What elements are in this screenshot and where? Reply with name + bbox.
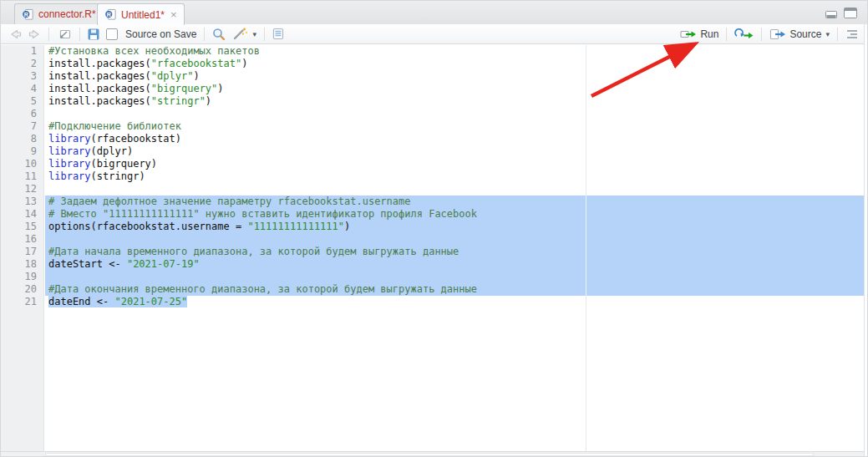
line-number[interactable]: 16 (1, 233, 43, 246)
editor-tab-bar: R connector.R* × R Untitled1* × (1, 1, 867, 25)
code-token: # Вместо "11111111111111" нужно вставить… (48, 208, 477, 220)
code-line[interactable]: # Задаем дефолтное значение параметру rf… (45, 195, 864, 208)
code-line[interactable]: install.packages("stringr") (45, 95, 864, 108)
code-token: library (48, 158, 91, 170)
code-line[interactable]: install.packages("dplyr") (45, 70, 864, 83)
toolbar-separator (204, 28, 205, 41)
toolbar-separator (837, 28, 838, 41)
code-token: #Подключение библиотек (48, 120, 181, 132)
code-token: install.packages( (48, 70, 151, 82)
code-line[interactable]: install.packages("rfacebookstat") (45, 58, 864, 70)
code-token: "dplyr" (151, 70, 194, 82)
line-number[interactable]: 2 (1, 58, 43, 70)
code-token: "bigrquery" (151, 83, 217, 94)
document-outline-button[interactable] (842, 28, 862, 40)
line-number[interactable]: 14 (1, 208, 43, 221)
line-number[interactable]: 21 (1, 296, 43, 308)
toolbar-separator (79, 28, 80, 41)
toolbar-separator (264, 28, 265, 41)
code-line[interactable] (45, 271, 864, 283)
line-number[interactable]: 17 (1, 246, 43, 258)
code-token: "2021-07-25" (114, 296, 187, 307)
code-token: "rfacebookstat" (151, 58, 241, 69)
code-line[interactable]: library(dplyr) (45, 145, 864, 158)
line-number[interactable]: 8 (1, 133, 43, 145)
code-line[interactable]: library(rfacebookstat) (45, 133, 864, 145)
svg-text:R: R (24, 11, 28, 17)
code-line[interactable]: #Дата окончания временного диапазона, за… (45, 283, 864, 296)
save-button[interactable] (84, 28, 103, 41)
code-token: (dplyr) (91, 145, 134, 157)
code-line[interactable]: #Подключение библиотек (45, 120, 864, 133)
open-in-new-window-button[interactable] (53, 28, 75, 41)
line-number[interactable]: 12 (1, 183, 43, 195)
close-icon[interactable]: × (170, 11, 177, 19)
line-number[interactable]: 15 (1, 221, 43, 233)
code-token: ) (206, 95, 211, 107)
line-number[interactable]: 1 (1, 45, 43, 58)
line-number[interactable]: 18 (1, 258, 43, 271)
code-line[interactable]: install.packages("bigrquery") (45, 83, 864, 95)
gutter[interactable]: 123456789101112131415161718192021 (1, 45, 44, 451)
horizontal-scrollbar-thumb[interactable] (45, 453, 814, 456)
code-token: options(rfacebookstat.username = (48, 221, 247, 232)
chevron-down-icon[interactable]: ▾ (825, 30, 830, 38)
forward-button[interactable] (25, 28, 44, 41)
code-token: install.packages( (48, 95, 151, 107)
code-line[interactable]: dateStart <- "2021-07-19" (45, 258, 864, 271)
line-number[interactable]: 6 (1, 108, 43, 120)
run-button[interactable]: Run (677, 28, 722, 41)
tab-untitled1[interactable]: R Untitled1* × (97, 3, 185, 25)
code-line[interactable] (45, 233, 864, 246)
code-token: library (48, 133, 91, 145)
search-icon (212, 28, 226, 41)
line-number[interactable]: 11 (1, 170, 43, 183)
line-number[interactable]: 20 (1, 283, 43, 296)
code-token: #Дата начала временного диапазона, за ко… (48, 246, 459, 257)
minimize-pane-icon[interactable] (825, 11, 837, 18)
outline-icon (845, 29, 859, 39)
maximize-pane-icon[interactable] (844, 8, 857, 18)
code-token: ) (344, 221, 350, 232)
toolbar-right-group: Run Source ▾ (677, 28, 862, 41)
line-number[interactable]: 10 (1, 158, 43, 170)
rstudio-source-pane: R connector.R* × R Untitled1* × (0, 0, 868, 457)
line-number[interactable]: 9 (1, 145, 43, 158)
code-line[interactable]: library(bigrquery) (45, 158, 864, 170)
vertical-scrollbar-track[interactable] (864, 24, 867, 456)
horizontal-scrollbar-track[interactable] (1, 451, 864, 456)
toolbar-separator (761, 28, 762, 41)
code-line[interactable]: #Установка всех необходимых пакетов (45, 45, 864, 58)
tab-label: connector.R* (38, 8, 96, 20)
r-file-icon: R (104, 8, 117, 21)
code-editor[interactable]: #Установка всех необходимых пакетовinsta… (45, 45, 864, 451)
code-token: library (48, 170, 91, 182)
code-token: "11111111111111" (247, 221, 344, 232)
code-line[interactable]: library(stringr) (45, 170, 864, 183)
code-line[interactable]: # Вместо "11111111111111" нужно вставить… (45, 208, 864, 221)
find-replace-button[interactable] (209, 27, 229, 42)
code-token: "stringr" (151, 95, 206, 107)
code-token: install.packages( (48, 83, 151, 94)
rerun-button[interactable] (731, 28, 757, 41)
code-token: install.packages( (48, 58, 151, 69)
compile-report-button[interactable] (269, 27, 287, 41)
source-button[interactable]: Source ▾ (766, 28, 833, 41)
code-line[interactable]: dateEnd <- "2021-07-25" (45, 296, 864, 308)
line-number[interactable]: 5 (1, 95, 43, 108)
line-number[interactable]: 19 (1, 271, 43, 283)
code-token: (bigrquery) (91, 158, 157, 170)
line-number[interactable]: 4 (1, 83, 43, 95)
source-on-save-toggle[interactable]: Source on Save (103, 28, 200, 41)
code-line[interactable]: options(rfacebookstat.username = "111111… (45, 221, 864, 233)
line-number[interactable]: 7 (1, 120, 43, 133)
code-line[interactable]: #Дата начала временного диапазона, за ко… (45, 246, 864, 258)
code-line[interactable] (45, 108, 864, 120)
source-on-save-checkbox[interactable] (106, 28, 118, 40)
code-tools-button[interactable]: ▾ (229, 27, 260, 41)
line-number[interactable]: 13 (1, 195, 43, 208)
back-button[interactable] (6, 28, 25, 41)
line-number[interactable]: 3 (1, 70, 43, 83)
code-line[interactable] (45, 183, 864, 195)
chevron-down-icon[interactable]: ▾ (252, 30, 256, 38)
